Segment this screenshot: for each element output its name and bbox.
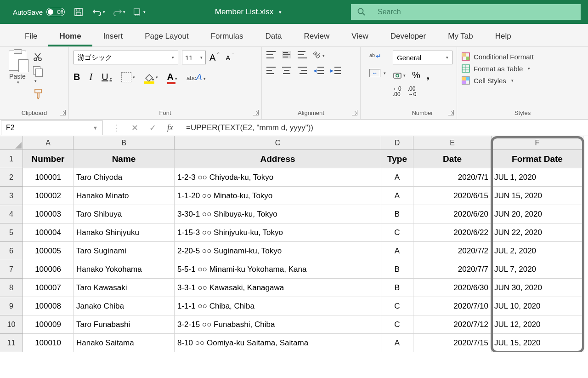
cell-name[interactable]: Taro Kawasaki <box>74 279 175 297</box>
align-left-button[interactable] <box>266 67 276 74</box>
align-middle-button[interactable] <box>282 51 291 58</box>
cell-number[interactable]: 100005 <box>23 242 74 260</box>
cell-address[interactable]: 3-30-1 ○○ Shibuya-ku, Tokyo <box>175 205 381 223</box>
row-header-3[interactable]: 3 <box>0 187 23 205</box>
menu-view[interactable]: View <box>340 27 379 46</box>
cell-date[interactable]: 2020/6/20 <box>413 205 492 223</box>
increase-decimal-button[interactable]: ←0.00 <box>393 86 401 97</box>
menu-formulas[interactable]: Formulas <box>200 27 254 46</box>
cell-number[interactable]: 100010 <box>23 334 74 352</box>
cell-date[interactable]: 2020/6/15 <box>413 187 492 205</box>
row-header-10[interactable]: 10 <box>0 315 23 334</box>
row-header-5[interactable]: 5 <box>0 223 23 242</box>
cell-number[interactable]: 100001 <box>23 168 74 187</box>
decrease-decimal-button[interactable]: .00→0 <box>408 86 417 97</box>
search-box[interactable]: Search <box>351 4 581 20</box>
fill-color-button[interactable]: ▾ <box>144 73 158 82</box>
save-button[interactable] <box>72 6 85 18</box>
cell-format-date[interactable]: JUN 30, 2020 <box>492 279 583 297</box>
cell-number[interactable]: 100009 <box>23 315 74 334</box>
phonetic-button[interactable]: abcA▾ <box>187 72 206 82</box>
redo-button[interactable]: ▾ <box>113 6 125 18</box>
docname-caret-icon[interactable]: ▾ <box>279 9 282 15</box>
cell-type[interactable]: B <box>381 279 413 297</box>
column-header-C[interactable]: C <box>175 136 381 150</box>
cell-format-date[interactable]: JUL 12, 2020 <box>492 315 583 334</box>
row-header-8[interactable]: 8 <box>0 279 23 297</box>
increase-font-button[interactable]: A^ <box>209 52 215 63</box>
cell-type[interactable]: B <box>381 205 413 223</box>
cut-button[interactable] <box>33 52 43 62</box>
insert-function-button[interactable]: fx <box>167 123 173 132</box>
number-format-select[interactable]: General▾ <box>393 51 452 64</box>
column-header-A[interactable]: A <box>23 136 74 150</box>
italic-button[interactable]: I <box>89 72 92 82</box>
cell-format-date[interactable]: JUN 20, 2020 <box>492 205 583 223</box>
header-cell[interactable]: Format Date <box>492 150 583 168</box>
cell-address[interactable]: 3-2-15 ○○ Funabashi, Chiba <box>175 315 381 334</box>
format-painter-button[interactable] <box>33 88 43 99</box>
font-color-button[interactable]: A▾ <box>167 72 177 82</box>
cell-type[interactable]: A <box>381 187 413 205</box>
cell-name[interactable]: Taro Suginami <box>74 242 175 260</box>
font-dialog-launcher[interactable] <box>253 110 259 115</box>
copy-button[interactable]: ▾ <box>33 66 43 84</box>
cell-date[interactable]: 2020/7/10 <box>413 297 492 315</box>
touch-mode-button[interactable]: 123▾ <box>133 6 146 18</box>
cell-name[interactable]: Hanako Minato <box>74 187 175 205</box>
menu-page-layout[interactable]: Page Layout <box>134 27 199 46</box>
alignment-dialog-launcher[interactable] <box>352 110 357 115</box>
cell-type[interactable]: A <box>381 334 413 352</box>
decrease-indent-button[interactable]: ◂ <box>313 67 324 74</box>
cell-name[interactable]: Hanako Saitama <box>74 334 175 352</box>
cell-type[interactable]: C <box>381 315 413 334</box>
cell-address[interactable]: 1-1-20 ○○ Minato-ku, Tokyo <box>175 187 381 205</box>
cell-date[interactable]: 2020/7/7 <box>413 260 492 279</box>
cell-type[interactable]: B <box>381 260 413 279</box>
cell-name[interactable]: Hanako Yokohama <box>74 260 175 279</box>
cell-number[interactable]: 100004 <box>23 223 74 242</box>
autosave-toggle[interactable]: AutoSave Off <box>13 8 65 16</box>
document-name[interactable]: Member List.xlsx <box>215 7 274 17</box>
cell-date[interactable]: 2020/7/15 <box>413 334 492 352</box>
menu-insert[interactable]: Insert <box>92 27 134 46</box>
column-header-B[interactable]: B <box>74 136 175 150</box>
row-header-7[interactable]: 7 <box>0 260 23 279</box>
cell-number[interactable]: 100002 <box>23 187 74 205</box>
align-bottom-button[interactable] <box>298 51 307 58</box>
cell-format-date[interactable]: JUL 7, 2020 <box>492 260 583 279</box>
formula-input[interactable]: =UPPER(TEXT(E2, "mmm d, yyyy")) <box>181 123 588 132</box>
header-cell[interactable]: Type <box>381 150 413 168</box>
cell-date[interactable]: 2020/6/22 <box>413 223 492 242</box>
cell-address[interactable]: 2-20-5 ○○ Suginami-ku, Tokyo <box>175 242 381 260</box>
cell-number[interactable]: 100006 <box>23 260 74 279</box>
row-header-1[interactable]: 1 <box>0 150 23 168</box>
menu-help[interactable]: Help <box>484 27 522 46</box>
cell-format-date[interactable]: JUL 2, 2020 <box>492 242 583 260</box>
cell-format-date[interactable]: JUL 10, 2020 <box>492 297 583 315</box>
cell-number[interactable]: 100003 <box>23 205 74 223</box>
accept-formula-button[interactable]: ✓ <box>149 123 156 133</box>
menu-file[interactable]: File <box>14 27 48 46</box>
cell-date[interactable]: 2020/6/30 <box>413 279 492 297</box>
font-name-select[interactable]: 游ゴシック▾ <box>74 51 178 64</box>
column-header-E[interactable]: E <box>413 136 492 150</box>
cell-date[interactable]: 2020/7/12 <box>413 315 492 334</box>
cell-name[interactable]: Taro Chiyoda <box>74 168 175 187</box>
menu-data[interactable]: Data <box>254 27 293 46</box>
spreadsheet-grid[interactable]: ABCDEF1NumberNameAddressTypeDateFormat D… <box>0 136 588 352</box>
cell-address[interactable]: 3-3-1 ○○ Kawasaki, Kanagawa <box>175 279 381 297</box>
column-header-F[interactable]: F <box>492 136 583 150</box>
align-right-button[interactable] <box>298 67 307 74</box>
row-header-11[interactable]: 11 <box>0 334 23 352</box>
font-size-select[interactable]: 11▾ <box>182 51 206 64</box>
underline-button[interactable]: U▾ <box>102 72 112 82</box>
wrap-text-button[interactable]: ab↵ <box>369 52 386 60</box>
cell-name[interactable]: Hanako Shinjyuku <box>74 223 175 242</box>
number-dialog-launcher[interactable] <box>448 110 454 115</box>
decrease-font-button[interactable]: Aˇ <box>226 54 230 62</box>
clipboard-dialog-launcher[interactable] <box>60 110 66 115</box>
undo-button[interactable]: ▾ <box>92 6 105 18</box>
percent-button[interactable]: % <box>412 70 420 80</box>
comma-button[interactable]: , <box>427 69 430 81</box>
